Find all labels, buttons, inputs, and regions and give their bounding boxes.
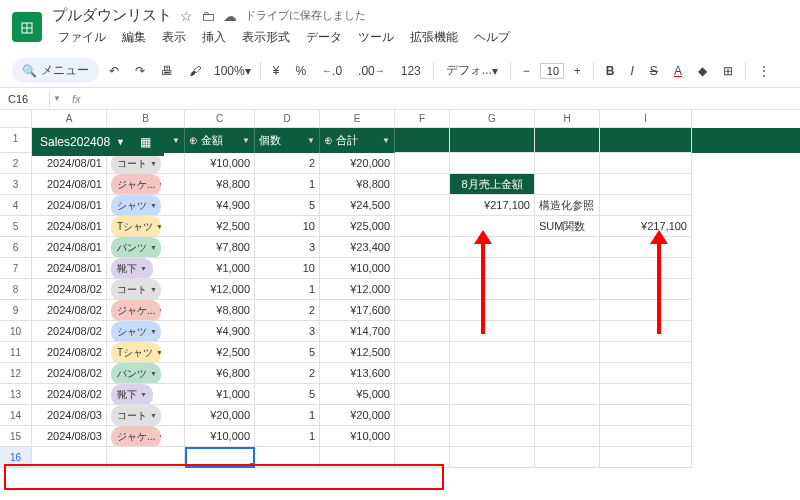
currency-button[interactable]: ¥ xyxy=(267,60,286,82)
cell[interactable] xyxy=(450,279,535,300)
undo-button[interactable]: ↶ xyxy=(103,60,125,82)
row-header-7[interactable]: 7 xyxy=(0,258,32,279)
cell[interactable]: 1 xyxy=(255,405,320,426)
row-header-11[interactable]: 11 xyxy=(0,342,32,363)
row-header-12[interactable]: 12 xyxy=(0,363,32,384)
cell[interactable]: ¥25,000 xyxy=(320,216,395,237)
cell[interactable]: 2024/08/01 xyxy=(32,237,107,258)
cell[interactable] xyxy=(600,342,692,363)
cell[interactable]: コート▼ xyxy=(107,405,185,426)
italic-button[interactable]: I xyxy=(625,60,640,82)
cell[interactable]: ¥2,500 xyxy=(185,216,255,237)
cell[interactable] xyxy=(600,363,692,384)
cell[interactable]: ¥23,400 xyxy=(320,237,395,258)
cell[interactable]: 2024/08/02 xyxy=(32,342,107,363)
row-header-16[interactable]: 16 xyxy=(0,447,32,468)
cell[interactable]: ¥4,900 xyxy=(185,195,255,216)
bold-button[interactable]: B xyxy=(600,60,621,82)
font-select[interactable]: デフォ... ▾ xyxy=(440,58,504,83)
col-header-A[interactable]: A xyxy=(32,110,107,128)
cell[interactable]: 5 xyxy=(255,342,320,363)
menu-編集[interactable]: 編集 xyxy=(116,27,152,48)
cell[interactable]: ジャケ...▼ xyxy=(107,174,185,195)
select-all-corner[interactable] xyxy=(0,110,32,128)
cell[interactable]: ジャケ...▼ xyxy=(107,300,185,321)
cell[interactable]: 2 xyxy=(255,300,320,321)
cell[interactable]: 8月売上金額 xyxy=(450,174,535,195)
cell[interactable]: コート▼ xyxy=(107,279,185,300)
col-header-B[interactable]: B xyxy=(107,110,185,128)
cell[interactable]: 10 xyxy=(255,216,320,237)
cell[interactable]: ¥5,000 xyxy=(320,384,395,405)
cell[interactable] xyxy=(450,258,535,279)
cell[interactable]: 2024/08/01 xyxy=(32,174,107,195)
borders-button[interactable]: ⊞ xyxy=(717,60,739,82)
cell[interactable] xyxy=(535,405,600,426)
font-size-input[interactable]: 10 xyxy=(540,63,564,79)
star-icon[interactable]: ☆ xyxy=(180,8,193,24)
cell[interactable] xyxy=(395,258,450,279)
cell[interactable]: Tシャツ▼ xyxy=(107,342,185,363)
table-tab[interactable]: Sales202408▼ ▦ xyxy=(32,128,164,156)
cell[interactable]: 2024/08/01 xyxy=(32,258,107,279)
name-box[interactable]: C16 xyxy=(0,91,50,107)
cell[interactable] xyxy=(600,426,692,447)
cell[interactable]: ¥1,000 xyxy=(185,384,255,405)
number-format-button[interactable]: 123 xyxy=(395,60,427,82)
more-icon[interactable]: ⋮ xyxy=(752,60,776,82)
cell[interactable] xyxy=(450,153,535,174)
col-header-D[interactable]: D xyxy=(255,110,320,128)
col-header-E[interactable]: E xyxy=(320,110,395,128)
cell[interactable] xyxy=(535,447,600,468)
cell[interactable] xyxy=(600,258,692,279)
cell[interactable]: 2024/08/01 xyxy=(32,195,107,216)
cell[interactable] xyxy=(535,128,600,153)
cell[interactable]: 構造化参照 xyxy=(535,195,600,216)
cell[interactable]: 10 xyxy=(255,258,320,279)
row-header-3[interactable]: 3 xyxy=(0,174,32,195)
row-header-10[interactable]: 10 xyxy=(0,321,32,342)
cell[interactable]: Tシャツ▼ xyxy=(107,216,185,237)
cell[interactable]: SUM関数 xyxy=(535,216,600,237)
cell[interactable] xyxy=(32,447,107,468)
cell[interactable] xyxy=(450,128,535,153)
fill-color-button[interactable]: ◆ xyxy=(692,60,713,82)
cell[interactable] xyxy=(395,174,450,195)
cell[interactable]: 2024/08/03 xyxy=(32,405,107,426)
cell[interactable] xyxy=(600,447,692,468)
zoom-select[interactable]: 100% ▾ xyxy=(211,61,254,81)
cell[interactable]: 靴下▼ xyxy=(107,258,185,279)
cell[interactable]: ¥217,100 xyxy=(600,216,692,237)
table-header-金額[interactable]: ⊕ 金額▼ xyxy=(185,128,255,153)
font-size-inc[interactable]: + xyxy=(568,60,587,82)
cell[interactable]: 2024/08/03 xyxy=(32,426,107,447)
cell[interactable]: ¥10,000 xyxy=(185,153,255,174)
cell[interactable] xyxy=(535,342,600,363)
name-box-chevron-icon[interactable]: ▼ xyxy=(50,94,64,103)
cell[interactable] xyxy=(450,342,535,363)
cloud-icon[interactable]: ☁ xyxy=(223,8,237,24)
cell[interactable]: ¥12,000 xyxy=(320,279,395,300)
sheets-logo[interactable] xyxy=(12,12,42,42)
cell[interactable]: 2024/08/02 xyxy=(32,363,107,384)
cell[interactable] xyxy=(600,174,692,195)
menu-表示[interactable]: 表示 xyxy=(156,27,192,48)
cell[interactable]: パンツ▼ xyxy=(107,237,185,258)
col-header-C[interactable]: C xyxy=(185,110,255,128)
table-options-icon[interactable]: ▦ xyxy=(135,132,156,152)
move-icon[interactable]: 🗀 xyxy=(201,8,215,24)
row-header-1[interactable]: 1 xyxy=(0,128,32,153)
row-header-5[interactable]: 5 xyxy=(0,216,32,237)
menu-拡張機能[interactable]: 拡張機能 xyxy=(404,27,464,48)
cell[interactable] xyxy=(535,153,600,174)
cell[interactable]: ¥13,600 xyxy=(320,363,395,384)
cell[interactable] xyxy=(185,447,255,468)
cell[interactable] xyxy=(395,384,450,405)
row-header-13[interactable]: 13 xyxy=(0,384,32,405)
cell[interactable] xyxy=(600,195,692,216)
cell[interactable]: ¥6,800 xyxy=(185,363,255,384)
cell[interactable]: パンツ▼ xyxy=(107,363,185,384)
cell[interactable] xyxy=(395,216,450,237)
cell[interactable] xyxy=(395,447,450,468)
cell[interactable] xyxy=(600,384,692,405)
